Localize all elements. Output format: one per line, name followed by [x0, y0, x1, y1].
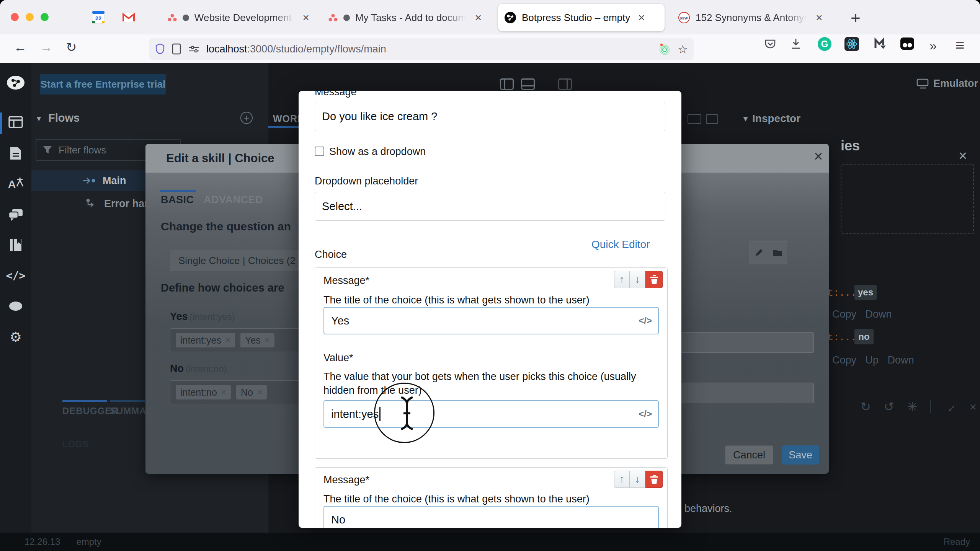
expand-icon[interactable]: ↔ [941, 398, 960, 416]
keyword-chip[interactable]: No× [236, 385, 267, 399]
canvas-toolbar: ↻ ↺ ✳ ↔ × [861, 399, 977, 414]
extension-radar-icon[interactable] [658, 43, 671, 55]
quick-editor-link[interactable]: Quick Editor [591, 238, 650, 251]
code-editor-icon[interactable]: </> [639, 409, 652, 419]
grammarly-icon[interactable]: G [818, 37, 831, 51]
sidebar-active-indicator [0, 112, 2, 134]
tab-botpress-studio-active[interactable]: Botpress Studio – empty × [498, 4, 665, 31]
tab-my-tasks[interactable]: My Tasks - Add to documenta × [322, 4, 488, 31]
inspector-toolbar-icon-2[interactable] [706, 114, 718, 124]
keyword-chip[interactable]: intent:yes× [176, 333, 235, 347]
close-panel-icon[interactable]: × [969, 400, 977, 414]
flows-collapse-icon[interactable]: ▾ [37, 114, 41, 124]
flow-error-icon [85, 198, 98, 209]
panel-close-icon[interactable]: × [959, 148, 967, 164]
save-button[interactable]: Save [782, 445, 819, 465]
edit-skill-close-icon[interactable]: × [814, 148, 823, 165]
code-editor-icon[interactable]: </> [639, 315, 652, 326]
tab-summary[interactable]: SUMMA [110, 406, 147, 416]
sidebar-item-code[interactable]: </> [0, 269, 31, 282]
transition-code-fragment: t:... [828, 288, 856, 299]
sidebar-item-translations[interactable]: A [0, 176, 31, 192]
extension-goggles-icon[interactable] [900, 37, 914, 51]
toggle-left-panel-icon[interactable] [500, 78, 514, 90]
chip-remove-icon[interactable]: × [265, 335, 270, 346]
sidebar-item-conversations[interactable] [0, 209, 31, 223]
yes-keywords-box[interactable]: intent:yes× Yes× [170, 328, 315, 352]
pocket-icon[interactable] [764, 38, 776, 52]
choice-title-input[interactable]: Yes </> [323, 307, 659, 334]
delete-choice-button[interactable] [645, 271, 663, 288]
toggle-bottom-panel-icon[interactable] [521, 78, 535, 90]
toolbar-overflow-icon[interactable]: » [929, 38, 937, 53]
content-type-selector[interactable]: Single Choice | Choices (2 [170, 250, 315, 271]
inspector-header[interactable]: ▾ Inspector [743, 112, 800, 125]
emulator-label: Emulator [933, 78, 978, 90]
status-ready: Ready [944, 536, 970, 547]
dropdown-checkbox[interactable] [315, 147, 324, 156]
tab-title: 152 Synonyms & Antonyms of N [696, 12, 810, 24]
enterprise-trial-button[interactable]: Start a free Enterprise trial [40, 74, 166, 95]
keyword-chip[interactable]: intent:no× [176, 385, 231, 399]
choice-title-input[interactable]: No [323, 506, 659, 528]
bookmark-star-icon[interactable]: ☆ [678, 42, 688, 56]
move-down-button[interactable]: ↓ [630, 471, 645, 488]
flows-panel-title: Flows [48, 112, 80, 124]
window-minimize-button[interactable] [26, 13, 34, 21]
merriam-webster-icon: MW [678, 11, 690, 24]
tab-basic[interactable]: BASIC [161, 194, 194, 206]
sidebar-item-flows[interactable] [0, 116, 31, 130]
extension-m-arrow-icon[interactable] [874, 37, 886, 51]
tab-close-icon[interactable]: × [816, 12, 823, 23]
window-close-button[interactable] [11, 13, 19, 21]
reset-zoom-icon[interactable]: ↺ [884, 399, 894, 414]
delete-choice-button[interactable] [645, 471, 663, 488]
inspector-toolbar-icon-1[interactable] [688, 114, 701, 124]
pinned-tab-gmail[interactable] [122, 12, 136, 24]
move-up-button[interactable]: ↑ [614, 471, 630, 488]
page-info-icon[interactable] [172, 43, 181, 55]
back-button[interactable]: ← [14, 40, 27, 55]
menu-hamburger-icon[interactable]: ≡ [956, 37, 964, 54]
pinned-tab-google-calendar[interactable]: 22 [92, 11, 105, 25]
reload-button[interactable]: ↻ [66, 39, 77, 55]
forward-button[interactable]: → [40, 40, 53, 55]
sidebar-item-oval[interactable] [0, 301, 31, 313]
status-bar: 12.26.13 empty Ready [0, 533, 980, 551]
url-bar[interactable]: localhost:3000/studio/empty/flows/main ☆ [149, 38, 694, 60]
sidebar-item-settings[interactable]: ⚙ [0, 329, 31, 345]
refresh-icon[interactable]: ↻ [861, 399, 871, 414]
url-text[interactable]: localhost:3000/studio/empty/flows/main [206, 43, 386, 55]
react-devtools-icon[interactable] [844, 37, 859, 52]
edit-content-button[interactable] [750, 241, 768, 264]
add-flow-button[interactable]: + [240, 112, 253, 124]
chip-remove-icon[interactable]: × [257, 387, 262, 398]
new-tab-button[interactable]: + [851, 8, 861, 28]
fit-view-icon[interactable]: ✳ [907, 399, 918, 414]
tracking-shield-icon[interactable] [155, 43, 165, 55]
permissions-icon[interactable] [188, 44, 199, 54]
window-zoom-button[interactable] [41, 13, 49, 21]
no-keywords-box[interactable]: intent:no× No× [170, 380, 315, 404]
tab-website-development[interactable]: Website Development - Add t × [161, 4, 315, 31]
keyword-chip[interactable]: Yes× [240, 333, 274, 347]
tab-close-icon[interactable]: × [302, 12, 309, 23]
emulator-button[interactable]: Emulator [916, 78, 978, 90]
sidebar-item-library[interactable] [0, 238, 31, 253]
sidebar-item-content[interactable] [0, 147, 31, 162]
chip-remove-icon[interactable]: × [225, 335, 230, 346]
toggle-right-panel-icon[interactable] [558, 78, 572, 90]
svg-text:MW: MW [680, 16, 688, 20]
move-up-button[interactable]: ↑ [614, 271, 630, 288]
move-down-button[interactable]: ↓ [630, 271, 645, 288]
message-input[interactable]: Do you like ice cream ? [315, 102, 665, 131]
browse-content-button[interactable] [768, 241, 787, 264]
chip-remove-icon[interactable]: × [221, 387, 226, 398]
cancel-button[interactable]: Cancel [725, 445, 773, 465]
tab-merriam-webster[interactable]: MW 152 Synonyms & Antonyms of N × [672, 4, 833, 31]
tab-close-icon[interactable]: × [475, 12, 482, 23]
tab-close-icon[interactable]: × [638, 12, 645, 23]
dropdown-placeholder-input[interactable]: Select... [315, 192, 665, 221]
downloads-icon[interactable] [790, 37, 802, 51]
tab-advanced[interactable]: ADVANCED [204, 194, 263, 206]
